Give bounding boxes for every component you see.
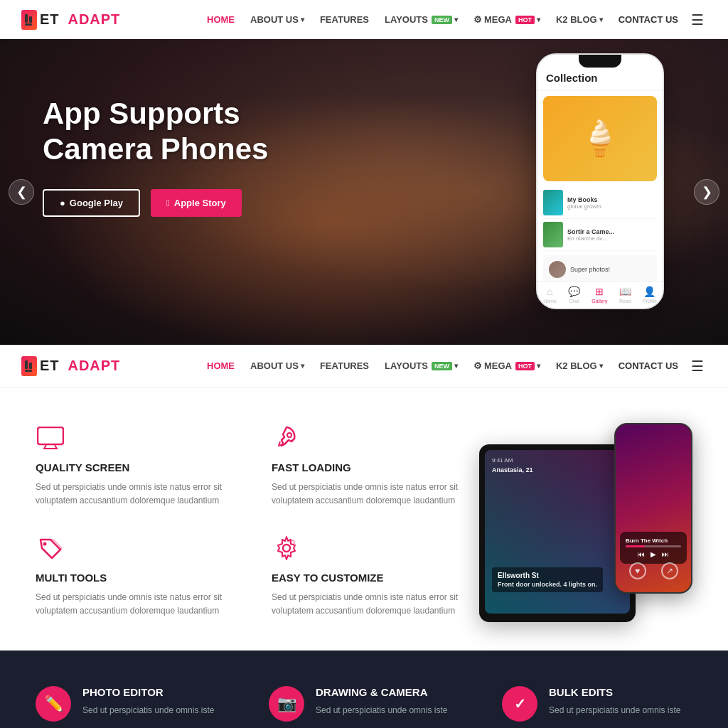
nav-links-secondary: HOME ABOUT US ▾ FEATURES LAYOUTS NEW ▾ ⚙… xyxy=(201,355,707,378)
nav-mega[interactable]: ⚙ MEGA HOT ▾ xyxy=(468,10,546,29)
google-play-icon: ● xyxy=(60,198,65,208)
svg-rect-2 xyxy=(25,23,32,26)
phone-mockup-2: Burn The Witch ⏮ ▶ ⏭ ♥ xyxy=(614,423,692,594)
ice-cream-emoji: 🍦 xyxy=(579,119,621,159)
dark-feature-drawing-content: DRAWING & CAMERA Sed ut perspiciatis und… xyxy=(316,686,447,717)
camera-icon: 📷 xyxy=(277,695,296,713)
music-next-icon[interactable]: ⏭ xyxy=(662,550,669,558)
hamburger-secondary[interactable]: ☰ xyxy=(688,355,707,378)
tablet-mockup: 9:41 AM Anastasia, 21 Ellsworth St Front… xyxy=(479,444,636,622)
nav-layouts[interactable]: LAYOUTS NEW ▾ xyxy=(379,10,464,29)
drawing-camera-icon-wrap: 📷 xyxy=(269,686,304,722)
svg-rect-3 xyxy=(25,360,28,369)
book-item-1: My Books global growth xyxy=(543,187,657,219)
checkmark-icon: ✓ xyxy=(514,695,526,712)
phone-nav-profile[interactable]: 👤 Profile xyxy=(643,286,657,304)
phone-inner-2: Burn The Witch ⏮ ▶ ⏭ ♥ xyxy=(616,424,691,592)
svg-rect-1 xyxy=(29,16,32,23)
photo-editor-icon-wrap: ✏️ xyxy=(36,686,71,722)
feature-tools-title: MULTI TOOLS xyxy=(36,572,243,584)
logo-adapt-secondary: ADAPT xyxy=(68,358,120,374)
phone-home-icon: ⌂ xyxy=(547,286,552,297)
phone-gallery-icon: ⊞ xyxy=(595,286,604,297)
photo-editor-title: PHOTO EDITOR xyxy=(82,686,214,698)
hero-content: App Supports Camera Phones ● Google Play… xyxy=(0,39,355,217)
phone-nav-gallery[interactable]: ⊞ Gallery xyxy=(592,286,607,304)
dark-feature-drawing-camera: 📷 DRAWING & CAMERA Sed ut perspiciatis u… xyxy=(269,686,459,722)
svg-rect-5 xyxy=(25,370,32,372)
feature-customize-desc: Sed ut perspiciatis unde omnis iste natu… xyxy=(272,591,479,618)
hamburger-menu[interactable]: ☰ xyxy=(688,9,707,31)
rocket-icon xyxy=(272,423,301,453)
navbar-top: ET ADAPT HOME ABOUT US ▾ FEATURES LAYOUT… xyxy=(0,0,728,39)
phone-comment: Super photos! xyxy=(543,255,657,284)
phone-nav-home[interactable]: ⌂ Home xyxy=(543,286,557,304)
bulk-edits-desc: Sed ut perspiciatis unde omnis iste xyxy=(549,704,680,717)
nav-mega-secondary[interactable]: ⚙ MEGA HOT ▾ xyxy=(468,356,546,375)
nav-k2blog-secondary[interactable]: K2 BLOG ▾ xyxy=(550,356,609,375)
hero-title: App Supports Camera Phones xyxy=(43,96,313,168)
nav-links: HOME ABOUT US ▾ FEATURES LAYOUTS NEW ▾ ⚙… xyxy=(201,9,707,31)
slider-next-button[interactable]: ❯ xyxy=(694,179,719,205)
logo-icon-secondary xyxy=(21,356,37,376)
nav-home-secondary[interactable]: HOME xyxy=(201,356,240,375)
feature-easy-customize: EASY TO CUSTOMIZE Sed ut perspiciatis un… xyxy=(272,533,479,622)
slider-prev-button[interactable]: ❮ xyxy=(9,179,34,205)
photo-editor-icon: ✏️ xyxy=(44,695,63,713)
svg-rect-4 xyxy=(29,363,32,369)
nav-contact-secondary[interactable]: CONTACT US xyxy=(613,356,684,375)
feature-tools-desc: Sed ut perspiciatis unde omnis iste natu… xyxy=(36,591,243,618)
monitor-icon xyxy=(36,423,65,453)
logo[interactable]: ET ADAPT xyxy=(21,10,120,30)
nav-features-secondary[interactable]: FEATURES xyxy=(314,356,375,375)
apple-story-button[interactable]:  Apple Story xyxy=(151,189,242,217)
device-stack: 9:41 AM Anastasia, 21 Ellsworth St Front… xyxy=(479,423,678,622)
nav-about[interactable]: ABOUT US ▾ xyxy=(245,10,310,29)
share-icon[interactable]: ↗ xyxy=(661,562,678,579)
phone-nav-read[interactable]: 📖 Read xyxy=(619,286,631,304)
google-play-button[interactable]: ● Google Play xyxy=(43,189,140,217)
music-play-icon[interactable]: ▶ xyxy=(651,550,656,558)
book-info-1: My Books global growth xyxy=(567,196,601,210)
music-progress-bar xyxy=(626,545,681,547)
phone-read-icon: 📖 xyxy=(619,286,631,297)
nav-features[interactable]: FEATURES xyxy=(314,10,375,29)
comment-text: Super photos! xyxy=(570,266,610,273)
nav-k2blog[interactable]: K2 BLOG ▾ xyxy=(550,10,609,29)
profile-name: Anastasia, 21 xyxy=(492,466,623,473)
logo-et-secondary: ET xyxy=(40,358,60,374)
feature-quality-title: QUALITY SCREEN xyxy=(36,461,243,473)
nav-contact[interactable]: CONTACT US xyxy=(613,10,684,29)
phone-book-list: My Books global growth Sortir a Came... … xyxy=(537,187,663,251)
navbar-secondary: ET ADAPT HOME ABOUT US ▾ FEATURES LAYOUT… xyxy=(0,345,728,387)
nav-about-secondary[interactable]: ABOUT US ▾ xyxy=(245,356,310,375)
book-item-2: Sortir a Came... En marche du... xyxy=(543,219,657,251)
logo-secondary[interactable]: ET ADAPT xyxy=(21,356,120,376)
nav-layouts-secondary[interactable]: LAYOUTS NEW ▾ xyxy=(379,356,464,375)
phone-nav-chat[interactable]: 💬 Chat xyxy=(568,286,580,304)
heart-icon[interactable]: ♥ xyxy=(629,562,646,579)
feature-fast-title: FAST LOADING xyxy=(272,461,479,473)
dark-feature-photo-content: PHOTO EDITOR Sed ut perspiciatis unde om… xyxy=(82,686,214,717)
device-showcase: 9:41 AM Anastasia, 21 Ellsworth St Front… xyxy=(479,423,692,622)
phone-collection-image: 🍦 xyxy=(543,96,657,181)
svg-point-10 xyxy=(287,433,291,437)
logo-adapt: ADAPT xyxy=(68,11,120,28)
nav-home[interactable]: HOME xyxy=(201,10,240,29)
phone-home-label: Home xyxy=(543,299,557,304)
phone-profile-label: Profile xyxy=(643,299,657,304)
dark-feature-bulk-edits: ✓ BULK EDITS Sed ut perspiciatis unde om… xyxy=(502,686,692,722)
bulk-edits-title: BULK EDITS xyxy=(549,686,680,698)
gear-icon: ⚙ xyxy=(473,14,482,25)
feature-quality-desc: Sed ut perspiciatis unde omnis iste natu… xyxy=(36,481,243,508)
book-info-2: Sortir a Came... En marche du... xyxy=(567,228,614,242)
logo-icon xyxy=(21,10,37,30)
dark-features-section: ✏️ PHOTO EDITOR Sed ut perspiciatis unde… xyxy=(0,651,728,728)
music-prev-icon[interactable]: ⏮ xyxy=(638,550,645,558)
dark-feature-photo-editor: ✏️ PHOTO EDITOR Sed ut perspiciatis unde… xyxy=(36,686,226,722)
phone-nav-bar: ⌂ Home 💬 Chat ⊞ Gallery 📖 Read 👤 Pr xyxy=(537,281,663,308)
feature-fast-desc: Sed ut perspiciatis unde omnis iste natu… xyxy=(272,481,479,508)
features-section: QUALITY SCREEN Sed ut perspiciatis unde … xyxy=(0,387,728,651)
music-progress-fill xyxy=(626,545,645,547)
tablet-notification: Ellsworth St Front door unlocked. 4 ligh… xyxy=(492,567,603,592)
